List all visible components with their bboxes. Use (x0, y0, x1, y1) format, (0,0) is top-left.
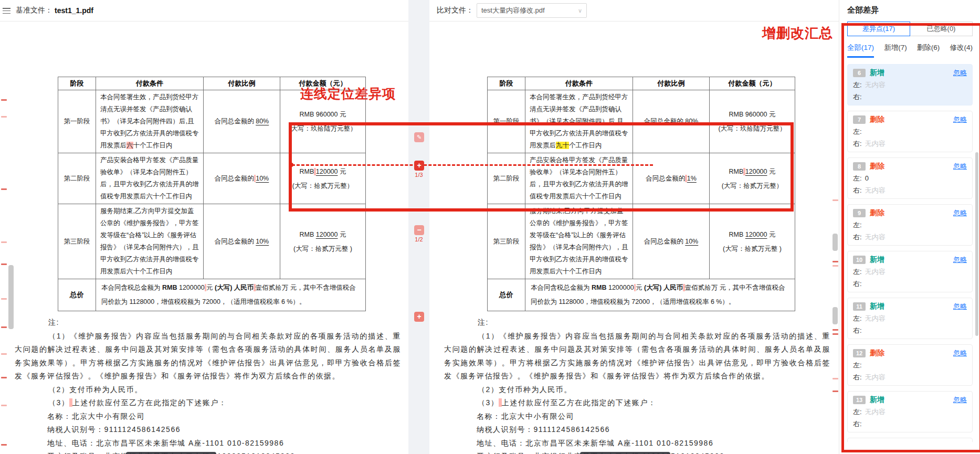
doc-text: （2）支付币种为人民币。 (48, 385, 143, 394)
diff-card[interactable]: 12删除忽略左:右:无内容 (847, 344, 973, 386)
ratio-cell: 合同总金额的 10% (633, 204, 710, 279)
base-file-pane: 基准文件： test1_1.pdf 阶段付款条件付款比例付款金额（元）第一阶段本… (0, 0, 408, 454)
diff-gutter: ✎ + 1/3 − 1/2 + (408, 0, 429, 454)
diff-type-label: 新增 (870, 255, 949, 265)
doc-text: （1）《维护服务报告》内容应当包括服务期间的与合同相关条款对应的各项服务活动的描… (444, 332, 830, 381)
diff-left-line: 左:无内容 (853, 314, 967, 323)
doc-text: RMB (300, 168, 314, 175)
diff-number-badge: 8 (853, 162, 866, 171)
diff-filters: 全部(17)新增(7)删除(6)修改(4) (847, 43, 973, 58)
diff-minimap-tick (833, 378, 838, 379)
filter-modified[interactable]: 修改(4) (950, 43, 973, 58)
ignore-link[interactable]: 忽略 (953, 162, 967, 171)
added-diff-marker2-icon[interactable]: + (414, 312, 424, 322)
diff-minimap-tick (1, 298, 7, 300)
table-header-cell: 阶段 (58, 77, 96, 90)
compare-file-pane: 比对文件： test大量内容修改.pdf ∨ 阶段付款条件付款比例付款金额（元）… (429, 0, 839, 454)
doc-text: 注: (48, 318, 59, 326)
left-prefix: 左: (853, 81, 862, 89)
diff-card-list: 6新增忽略左:无内容右:7删除忽略左:右:无内容8删除忽略左:0右:无内容9删除… (847, 64, 973, 442)
left-value: 0 (865, 174, 869, 182)
diff-type-label: 删除 (870, 115, 949, 124)
diff-right-line: 右: (853, 92, 967, 102)
diff-card[interactable]: 6新增忽略左:无内容右: (847, 64, 973, 105)
diff-card[interactable]: 10新增忽略左:无内容右: (847, 251, 973, 292)
ignore-link[interactable]: 忽略 (953, 115, 967, 124)
diff-type-label: 删除 (870, 208, 949, 218)
diff-minimap-tick (833, 265, 838, 267)
diff-right-line: 右:无内容 (853, 233, 967, 242)
diff-minimap-tick (1, 263, 7, 265)
diff-card[interactable]: 11新增忽略左:无内容右: (847, 298, 973, 339)
stage-cell: 第二阶段 (488, 153, 525, 204)
amount-cell: RMB 120000 元(大写：拾贰万元整 ) (710, 204, 795, 279)
amount-line2: (大写：拾贰万元整） (284, 180, 361, 192)
right-prefix: 右: (853, 280, 862, 288)
deleted-diff-marker-icon[interactable]: − (414, 225, 424, 235)
table-row: 第一阶段本合同签署生效，产品到货经甲方清点无误并签发《产品到货确认书》（详见本合… (488, 90, 795, 153)
doc-text: 个工作日内 (569, 142, 602, 149)
condition-cell: 产品安装合格甲方签发《产品质量验收单》（详见本合同附件五）后，且甲方收到乙方依法… (525, 153, 633, 204)
diff-card[interactable]: 14新增忽略左:无内容右: (847, 438, 973, 442)
contract-notes: 注:（1）《维护服务报告》内容应当包括服务期间的与合同相关条款对应的各项服务活动… (444, 316, 830, 454)
table-header-cell: 付款金额（元） (280, 77, 366, 90)
diff-number-badge: 13 (853, 396, 866, 404)
ignore-link[interactable]: 忽略 (953, 349, 967, 358)
compare-file-label: 比对文件： (437, 6, 473, 15)
ignore-link[interactable]: 忽略 (953, 302, 967, 311)
amount-cell: RMB 960000 元(大写：玖拾陆万元整） (280, 90, 366, 153)
deleted-diff-counter: 1/2 (408, 236, 429, 242)
diff-card[interactable]: 9删除忽略左:右:无内容 (847, 204, 973, 246)
diff-type-label: 新增 (870, 68, 949, 78)
diff-card-header: 7删除忽略 (853, 115, 967, 124)
doc-text: 上述付款应付至乙方在此指定的下述账户： (502, 398, 657, 407)
doc-text: (大写) 人民币 (644, 284, 683, 291)
diff-card[interactable]: 8删除忽略左:0右:无内容 (847, 157, 973, 199)
doc-text: 产品安装合格甲方签发《产品质量验收单》（详见本合同附件五）后，且甲方收到乙方依法… (530, 156, 628, 200)
tab-ignored[interactable]: 已忽略(0) (910, 22, 973, 36)
contract-notes: 注:（1）《维护服务报告》内容应当包括服务期间的与合同相关条款对应的各项服务活动… (15, 316, 401, 454)
chevron-down-icon: ∨ (578, 7, 582, 14)
diff-card-header: 10新增忽略 (853, 255, 967, 265)
diff-minimap-tick (833, 390, 838, 392)
ignore-link[interactable]: 忽略 (953, 68, 967, 78)
tab-diff-points[interactable]: 差异点(17) (847, 22, 910, 36)
base-page-toolbar: 3 / 4 ⊖ 100% ▼ ⊕ (126, 452, 216, 454)
note-line: 地址、电话：北京市昌平区未来新华城 A座-1101 010-82159986 (15, 437, 401, 450)
table-row: 第一阶段本合同签署生效，产品到货经甲方清点无误并签发《产品到货确认书》（详见本合… (58, 90, 366, 153)
menu-icon[interactable] (3, 8, 10, 14)
contract-table: 阶段付款条件付款比例付款金额（元）第一阶段本合同签署生效，产品到货经甲方清点无误… (487, 77, 795, 311)
doc-text: 本合同含税总金额为 (101, 284, 162, 291)
diff-right-line: 右:无内容 (853, 139, 967, 149)
doc-text: 纳税人识别号：9111124586142566 (47, 425, 181, 434)
doc-text: RMB (729, 168, 744, 175)
right-prefix: 右: (853, 186, 862, 194)
stage-cell: 第三阶段 (58, 204, 96, 279)
left-value: 无内容 (865, 81, 886, 89)
diff-left-line: 左: (853, 127, 967, 136)
added-diff-marker-icon[interactable]: + (414, 161, 424, 171)
ignore-link[interactable]: 忽略 (953, 255, 967, 265)
doc-text: 地址、电话：北京市昌平区未来新华城 A座-1101 010-82159986 (47, 439, 284, 447)
diff-card-header: 13新增忽略 (853, 395, 967, 405)
ignore-link[interactable]: 忽略 (953, 395, 967, 405)
ignore-link[interactable]: 忽略 (953, 208, 967, 218)
filter-all[interactable]: 全部(17) (847, 43, 874, 58)
annotate-pencil-icon[interactable]: ✎ (414, 132, 424, 142)
diff-card[interactable]: 13新增忽略左:无内容右: (847, 391, 973, 432)
diff-card[interactable]: 7删除忽略左:右:无内容 (847, 111, 973, 152)
panel-scrollbar[interactable] (975, 152, 978, 336)
filter-added[interactable]: 新增(7) (884, 43, 907, 58)
diff-minimap-tick (1, 405, 7, 406)
compare-file-select[interactable]: test大量内容修改.pdf ∨ (477, 3, 587, 18)
left-prefix: 左: (853, 174, 862, 182)
doc-text: 本合同含税总金额为 (531, 284, 592, 291)
doc-text: 80% (685, 118, 698, 125)
amount-line2: (大写：拾贰万元整） (714, 180, 791, 192)
filter-deleted[interactable]: 删除(6) (917, 43, 940, 58)
doc-text: 10% (256, 238, 269, 245)
note-line: 名称：北京大中小有限公司 (444, 410, 830, 424)
added-diff-counter: 1/3 (408, 172, 429, 178)
amount-line2: (大写：拾贰万元整 ) (714, 242, 791, 255)
amount-cell: RMB 120000 元(大写：拾贰万元整） (280, 153, 366, 204)
